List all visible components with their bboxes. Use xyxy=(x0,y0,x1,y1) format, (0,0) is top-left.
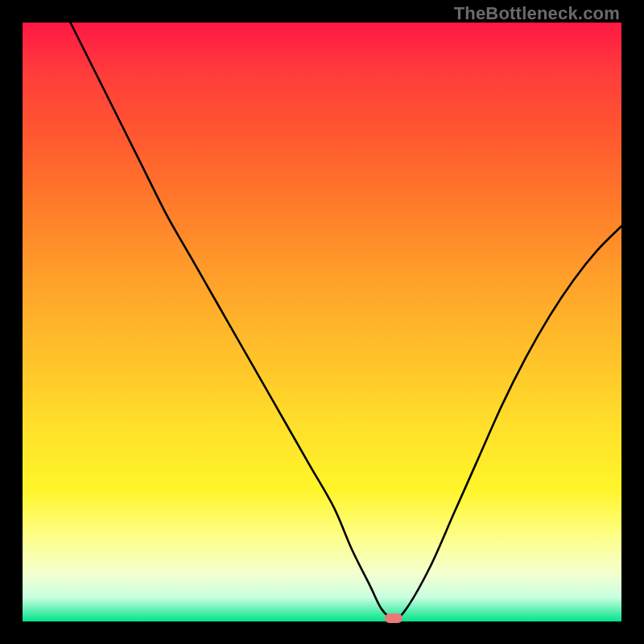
bottleneck-curve xyxy=(71,23,621,618)
watermark-text: TheBottleneck.com xyxy=(454,3,620,24)
chart-frame: TheBottleneck.com xyxy=(0,0,644,644)
min-marker xyxy=(385,613,402,623)
curve-layer xyxy=(23,23,621,621)
